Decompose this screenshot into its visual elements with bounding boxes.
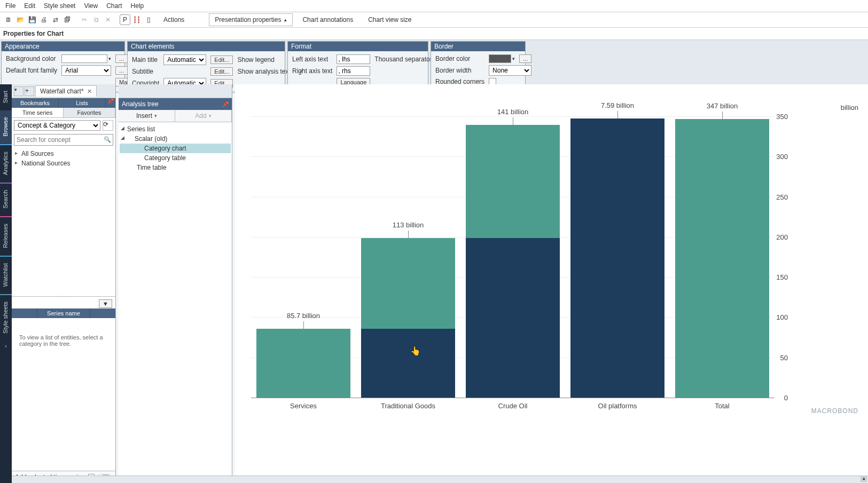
menu-file[interactable]: File bbox=[5, 2, 15, 10]
bar-base[interactable] bbox=[361, 329, 455, 398]
left-axis-input[interactable] bbox=[337, 54, 370, 64]
tree-time-table[interactable]: Time table bbox=[120, 163, 231, 172]
bar-segment[interactable] bbox=[466, 125, 560, 238]
left-rail: Start Browse Analytics Search Releases W… bbox=[0, 84, 12, 483]
tree-category-table[interactable]: Category table bbox=[120, 153, 231, 163]
show-analysis-label: Show analysis texts bbox=[237, 68, 293, 75]
tree-scalar[interactable]: ◢Scalar (old) bbox=[120, 134, 231, 144]
copy-icon[interactable]: ⧉ bbox=[91, 14, 101, 25]
y-tick: 0 bbox=[784, 394, 788, 402]
delete-icon[interactable]: ✕ bbox=[103, 14, 113, 25]
share-icon[interactable]: ⇄ bbox=[50, 14, 61, 25]
right-axis-input[interactable] bbox=[337, 66, 370, 76]
refresh-icon[interactable]: ⟳ bbox=[103, 120, 113, 131]
main-title-select[interactable]: Automatic bbox=[163, 54, 206, 65]
menu-help[interactable]: Help bbox=[131, 2, 144, 10]
new-doc-icon[interactable]: 🗎 bbox=[3, 14, 14, 25]
rail-expand-icon[interactable]: › bbox=[0, 341, 12, 351]
ruler-icon[interactable]: ▯ bbox=[143, 14, 154, 25]
border-width-select[interactable]: None bbox=[489, 65, 531, 76]
bar-segment[interactable] bbox=[361, 238, 455, 329]
save-icon[interactable]: 💾 bbox=[27, 14, 37, 25]
analysis-tree-panel: Analysis tree 📌 Insert▾ Add▾ ◢Series lis… bbox=[119, 84, 232, 483]
pin-icon[interactable]: 📌 bbox=[222, 101, 229, 107]
menu-edit[interactable]: Edit bbox=[24, 2, 35, 10]
doc-tabs: ▾ + Waterfall chart* ✕ bbox=[12, 84, 115, 98]
bar-segment[interactable] bbox=[570, 118, 664, 124]
concept-dropdown[interactable]: Concept & Category bbox=[14, 120, 100, 131]
chevron-down-icon[interactable]: ▾ bbox=[108, 56, 111, 61]
menu-bar: File Edit Style sheet View Chart Help bbox=[0, 0, 868, 12]
rail-browse[interactable]: Browse bbox=[0, 110, 12, 144]
presentation-properties-button[interactable]: Presentation properties▴ bbox=[209, 13, 293, 26]
x-category-label: Crude Oil bbox=[498, 402, 528, 410]
entities-hint: To view a list of entities, select a cat… bbox=[12, 318, 115, 471]
series-table-header: Series name bbox=[12, 308, 115, 318]
cut-icon[interactable]: ✂ bbox=[79, 14, 90, 25]
rail-releases[interactable]: Releases bbox=[0, 217, 12, 256]
tab-bookmarks[interactable]: Bookmarks bbox=[12, 98, 59, 108]
main-title-label: Main title bbox=[132, 56, 159, 64]
add-button[interactable]: Add▾ bbox=[175, 110, 232, 122]
insert-button[interactable]: Insert▾ bbox=[119, 110, 175, 122]
browse-panel: ▾ + Waterfall chart* ✕ Bookmarks Lists 📌… bbox=[12, 84, 116, 483]
menu-chart[interactable]: Chart bbox=[106, 2, 122, 10]
open-icon[interactable]: 📂 bbox=[15, 14, 26, 25]
search-concept-input[interactable] bbox=[14, 134, 113, 146]
chevron-up-icon: ▴ bbox=[284, 17, 287, 22]
rail-search[interactable]: Search bbox=[0, 184, 12, 216]
chart-annotations-button[interactable]: Chart annotations bbox=[297, 14, 358, 26]
tab-lists[interactable]: Lists bbox=[59, 98, 106, 108]
tree-category-chart[interactable]: Category chart bbox=[120, 144, 231, 153]
font-family-select[interactable]: Arial bbox=[61, 65, 111, 76]
bar-base[interactable] bbox=[466, 238, 560, 398]
panel-format-header: Format bbox=[288, 42, 428, 51]
tab-dropdown-icon[interactable]: ▾ bbox=[14, 86, 24, 96]
x-category-label: Traditional Goods bbox=[381, 402, 435, 410]
scroll-up-icon[interactable]: ▴ bbox=[861, 476, 867, 482]
present-icon[interactable]: P bbox=[120, 14, 130, 25]
y-tick: 150 bbox=[776, 273, 788, 281]
panel-border-header: Border bbox=[431, 42, 525, 51]
print-icon[interactable]: 🖨 bbox=[38, 14, 49, 25]
close-icon[interactable]: ✕ bbox=[87, 88, 92, 95]
border-color-swatch[interactable] bbox=[489, 54, 511, 63]
main-title-edit-button[interactable]: Edit... bbox=[210, 56, 233, 64]
rail-start[interactable]: Start bbox=[0, 84, 12, 110]
search-icon[interactable]: 🔍 bbox=[104, 136, 111, 143]
menu-stylesheet[interactable]: Style sheet bbox=[44, 2, 75, 10]
border-width-label: Border width bbox=[435, 67, 484, 74]
bar-value-label: 141 billion bbox=[497, 108, 529, 116]
bar-segment[interactable] bbox=[256, 329, 350, 398]
doc-tab-waterfall[interactable]: Waterfall chart* ✕ bbox=[35, 85, 97, 97]
bar-value-label: 347 billion bbox=[707, 102, 738, 110]
source-national[interactable]: National Sources bbox=[15, 159, 112, 168]
actions-button[interactable]: Actions bbox=[158, 14, 190, 26]
rail-analytics[interactable]: Analytics bbox=[0, 145, 12, 183]
menu-view[interactable]: View bbox=[84, 2, 98, 10]
tree-series-list[interactable]: ◢Series list bbox=[120, 124, 231, 134]
x-category-label: Services bbox=[290, 402, 317, 410]
rail-stylesheets[interactable]: Style sheets bbox=[0, 295, 12, 341]
bar-segment[interactable] bbox=[675, 119, 769, 398]
pin-icon[interactable]: 📌 bbox=[106, 98, 115, 108]
chevron-down-icon[interactable]: ▾ bbox=[512, 56, 515, 61]
chart-view-size-button[interactable]: Chart view size bbox=[363, 14, 417, 26]
subtab-favorites[interactable]: Favorites bbox=[64, 108, 115, 117]
subtab-time-series[interactable]: Time series bbox=[12, 108, 64, 117]
adjust-icon[interactable]: ┇┇ bbox=[131, 14, 142, 25]
properties-title: Properties for Chart bbox=[0, 28, 868, 40]
bar-base[interactable] bbox=[570, 125, 664, 398]
filter-icon[interactable]: ▼ bbox=[99, 299, 112, 308]
doc-tab-label: Waterfall chart* bbox=[40, 88, 84, 95]
series-name-header: Series name bbox=[37, 308, 90, 318]
subtitle-edit-button[interactable]: Edit... bbox=[210, 67, 233, 76]
bg-color-swatch[interactable] bbox=[61, 54, 107, 63]
horizontal-scrollbar[interactable]: ▴ bbox=[12, 476, 868, 483]
rail-watchlist[interactable]: Watchlist bbox=[0, 257, 12, 294]
y-tick: 300 bbox=[776, 153, 788, 161]
tab-add-icon[interactable]: + bbox=[25, 86, 34, 96]
border-color-more-button[interactable]: ... bbox=[519, 54, 531, 63]
source-all[interactable]: All Sources bbox=[15, 149, 112, 159]
copy-doc-icon[interactable]: 🗐 bbox=[62, 14, 73, 25]
